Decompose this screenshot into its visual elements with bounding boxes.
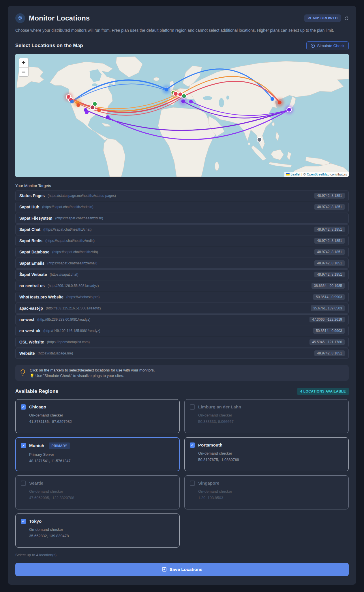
- region-card[interactable]: ✓ Portsmouth On-demand checker 50.819767…: [184, 437, 349, 471]
- region-cards: ✓ Chicago On-demand checker 41.8781136, …: [15, 399, 349, 548]
- region-checkbox[interactable]: ✓: [21, 404, 26, 410]
- region-coords: 50.8197675, -1.0880769: [198, 457, 343, 462]
- target-row[interactable]: Sapat Filesystem (https://sapat.chat/hea…: [15, 213, 349, 224]
- target-row[interactable]: Website (https://statuspage.me) 48.9742,…: [15, 348, 349, 359]
- map-marker-na-central-maroon[interactable]: [90, 105, 95, 110]
- target-url: (https://sapat.chat/healthz/chat): [43, 227, 91, 231]
- map-marker-singapore-gray[interactable]: [257, 137, 262, 142]
- selection-limit-note: Select up to 4 location(s).: [15, 553, 349, 557]
- zoom-in-button[interactable]: +: [19, 58, 28, 67]
- region-name: Limburg an der Lahn: [198, 404, 241, 409]
- target-row[interactable]: apac-east-jp (http://103.125.216.51:8081…: [15, 303, 349, 314]
- region-checkbox[interactable]: ✓: [190, 442, 195, 448]
- target-row[interactable]: Sapat Redis (https://sapat.chat/healthz/…: [15, 236, 349, 246]
- page-title: Monitor Locations: [29, 14, 90, 22]
- plan-badge: PLAN: GROWTH: [304, 14, 341, 22]
- target-coords-badge: 48.9742, 8.1851: [314, 227, 345, 232]
- ukraine-flag-icon: [286, 173, 290, 175]
- world-map: [15, 54, 349, 177]
- refresh-icon[interactable]: [344, 16, 349, 20]
- region-card[interactable]: ✓ Munich PRIMARY Primary Server 48.13715…: [15, 437, 180, 471]
- target-row[interactable]: eu-west-uk (http://149.102.146.185:8081/…: [15, 326, 349, 336]
- play-circle-icon: [311, 44, 315, 48]
- region-checkbox[interactable]: [190, 404, 195, 410]
- region-card[interactable]: Limburg an der Lahn On-demand checker 50…: [184, 399, 349, 433]
- target-url: (https://sapat.chat): [50, 272, 78, 277]
- map-marker-tokyo-purple[interactable]: [287, 107, 291, 112]
- tip-line-1: Click on the markers to select/deselect …: [30, 368, 155, 372]
- target-coords-badge: 50.8514, -0.9903: [313, 294, 345, 300]
- target-url: (http://149.102.146.185:8081/readyz): [43, 329, 100, 333]
- map-marker-asia-blue[interactable]: [271, 97, 274, 101]
- simulate-check-button[interactable]: Simulate Check: [306, 41, 349, 50]
- target-row[interactable]: OSL Website (https://openstartuplist.com…: [15, 337, 349, 348]
- target-coords-badge: 48.9742, 8.1851: [314, 260, 345, 266]
- region-type: On-demand checker: [198, 451, 343, 455]
- target-name: Website: [19, 351, 35, 356]
- map-marker-asia-red[interactable]: [278, 100, 282, 104]
- region-type: On-demand checker: [29, 527, 174, 532]
- region-card[interactable]: ✓ Tokyo On-demand checker 35.652832, 139…: [15, 513, 180, 548]
- region-checkbox[interactable]: [21, 481, 26, 486]
- map-marker-eu-purple-2[interactable]: [189, 100, 193, 103]
- target-row[interactable]: Sapat Database (https://sapat.chat/healt…: [15, 247, 349, 257]
- region-name: Portsmouth: [198, 442, 222, 447]
- tip-line-2: 💡 Use "Simulate Check" to visualize ping…: [30, 373, 155, 378]
- map-marker-purple-us-2[interactable]: [85, 110, 89, 114]
- region-name: Tokyo: [29, 519, 42, 524]
- map-marker-eu-purple[interactable]: [181, 99, 185, 103]
- target-url: (https://sapat.chat/healthz/db): [52, 250, 98, 254]
- target-row[interactable]: Sapat Emails (https://sapat.chat/healthz…: [15, 258, 349, 269]
- target-url: (http://209.126.0.56:8081/readyz): [48, 284, 99, 288]
- target-name: na-west: [19, 317, 34, 322]
- region-card[interactable]: Singapore On-demand checker 1.29, 103.85…: [184, 475, 349, 509]
- tip-box: Click on the markers to select/deselect …: [15, 365, 349, 381]
- target-row[interactable]: Sapat Hub (https://sapat.chat/healthz/ad…: [15, 202, 349, 212]
- target-name: Sapat Filesystem: [19, 216, 52, 221]
- map-marker-orange-red-us[interactable]: [97, 108, 101, 112]
- region-card[interactable]: ✓ Chicago On-demand checker 41.8781136, …: [15, 399, 180, 433]
- target-url: (https://sapat.chat/healthz/redis): [45, 239, 95, 243]
- region-card[interactable]: Seattle On-demand checker 47.6062095, -1…: [15, 475, 180, 509]
- target-name: eu-west-uk: [19, 328, 40, 333]
- lightbulb-icon: [20, 369, 26, 377]
- leaflet-map[interactable]: + − Leaflet | © OpenStreetMap contributo…: [15, 54, 349, 177]
- region-checkbox[interactable]: ✓: [21, 519, 26, 524]
- region-checkbox[interactable]: ✓: [21, 443, 26, 448]
- region-type: On-demand checker: [29, 489, 174, 494]
- region-name: Munich: [29, 443, 44, 448]
- targets-list: Status Pages (https://statuspage.me/heal…: [15, 191, 349, 359]
- target-row[interactable]: na-west (http://85.239.233.60:8081/ready…: [15, 314, 349, 325]
- osm-link[interactable]: OpenStreetMap: [307, 173, 329, 176]
- region-type: On-demand checker: [198, 489, 343, 494]
- target-coords-badge: 48.9742, 8.1851: [314, 193, 345, 199]
- target-name: Sapat Emails: [19, 261, 44, 266]
- target-row[interactable]: Šapat Website (https://sapat.chat) 48.97…: [15, 269, 349, 280]
- target-coords-badge: 47.3066, -122.2619: [309, 317, 345, 322]
- map-marker-eu-red[interactable]: [173, 91, 178, 96]
- map-marker-uk-blue[interactable]: [165, 87, 168, 91]
- target-coords-badge: 48.9742, 8.1851: [314, 204, 345, 210]
- map-marker-purple-gulf[interactable]: [106, 115, 110, 119]
- target-coords-badge: 50.8514, -0.9903: [313, 328, 345, 334]
- map-marker-red-us[interactable]: [76, 103, 80, 107]
- region-coords: 47.6062095, -122.3320708: [29, 496, 174, 500]
- target-row[interactable]: Status Pages (https://statuspage.me/heal…: [15, 191, 349, 201]
- region-checkbox[interactable]: [190, 481, 195, 486]
- region-type: On-demand checker: [29, 413, 174, 417]
- target-name: Šapat Website: [19, 272, 47, 277]
- target-coords-badge: 48.9742, 8.1851: [314, 238, 345, 244]
- region-name: Seattle: [29, 481, 43, 485]
- location-pin-icon: [15, 13, 25, 23]
- target-row[interactable]: WhoHosts.pro Website (https://whohosts.p…: [15, 292, 349, 302]
- leaflet-link[interactable]: Leaflet: [291, 173, 300, 176]
- region-type: On-demand checker: [198, 413, 343, 417]
- zoom-out-button[interactable]: −: [19, 67, 28, 76]
- region-coords: 48.1371541, 11.5761247: [29, 459, 174, 463]
- region-coords: 1.29, 103.8503: [198, 496, 343, 500]
- primary-badge: PRIMARY: [49, 442, 70, 449]
- target-row[interactable]: na-central-us (http://209.126.0.56:8081/…: [15, 281, 349, 291]
- target-url: (http://85.239.233.60:8081/readyz): [37, 318, 90, 322]
- save-locations-button[interactable]: Save Locations: [15, 563, 349, 576]
- target-row[interactable]: Sapat Chat (https://sapat.chat/healthz/c…: [15, 224, 349, 235]
